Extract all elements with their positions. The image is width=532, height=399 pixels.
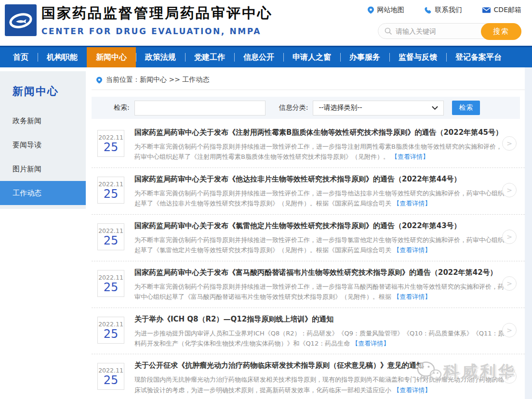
news-body: 国家药监局药审中心关于发布《注射用两性霉素B脂质体生物等效性研究技术指导原则》的…	[134, 128, 525, 162]
breadcrumb-text: 当前位置：新闻中心 >> 工作动态	[106, 76, 209, 84]
category-select[interactable]: --请选择类别--	[313, 101, 444, 116]
news-item: 2022.11 25 关于举办《ICH Q8（R2）—Q12指导原则线上培训》的…	[92, 308, 525, 355]
location-pin-icon	[96, 77, 102, 84]
news-body: 国家药监局药审中心关于发布《他达拉非片生物等效性研究技术指导原则》的通告（202…	[134, 174, 525, 209]
cde-emblem-icon	[5, 4, 37, 36]
news-title-link[interactable]: 关于举办《ICH Q8（R2）—Q12指导原则线上培训》的通知	[134, 314, 506, 324]
sidebar-item-photo-news[interactable]: 图片新闻	[0, 157, 86, 181]
news-detail-link[interactable]: 【查看详情】	[393, 293, 431, 300]
news-arrow-button[interactable]: >	[502, 323, 517, 337]
news-arrow-button[interactable]: >	[502, 276, 517, 291]
cde-mail-label: CDE邮箱	[494, 6, 521, 14]
sidebar-item-government-news[interactable]: 政务新闻	[0, 109, 86, 133]
chevron-right-icon: >	[506, 326, 512, 334]
news-date-month: 2022.11	[98, 180, 124, 188]
breadcrumb: 当前位置：新闻中心 >> 工作动态	[92, 71, 525, 90]
main-nav: 首页 机构职能 新闻中心 政策法规 党建工作 信息公开 申请人之窗 办事服务 监…	[0, 46, 532, 67]
news-detail-link[interactable]: 【查看详情】	[391, 153, 429, 160]
main-content: 当前位置：新闻中心 >> 工作动态 检索: 信息分类: --请选择类别-- 检索…	[92, 71, 525, 399]
news-arrow-button[interactable]: >	[502, 230, 517, 244]
site-search-button[interactable]: 搜索	[481, 23, 521, 40]
news-summary-text: 为进一步推动提升国内审评人员和工业界对ICH《Q8（R2）：药品研发》《Q9：质…	[134, 330, 505, 347]
news-date-box: 2022.11 25	[97, 317, 124, 344]
sidebar-item-news-highlights[interactable]: 要闻导读	[0, 133, 86, 157]
news-body: 国家药监局药审中心关于发布《富马酸丙酚替诺福韦片生物等效性研究技术指导原则》的通…	[134, 268, 525, 302]
news-date-day: 25	[98, 234, 124, 247]
cde-mail-link[interactable]: CDE邮箱	[482, 6, 521, 14]
news-title-link[interactable]: 国家药监局药审中心关于发布《注射用两性霉素B脂质体生物等效性研究技术指导原则》的…	[134, 128, 506, 138]
news-title-link[interactable]: 国家药监局药审中心关于发布《富马酸丙酚替诺福韦片生物等效性研究技术指导原则》的通…	[134, 268, 506, 278]
site-header: 国家药品监督管理局药品审评中心 CENTER FOR DRUG EVALUATI…	[0, 0, 532, 46]
search-icon	[385, 27, 392, 35]
news-item: 2022.11 25 国家药监局药审中心关于发布《富马酸丙酚替诺福韦片生物等效性…	[92, 261, 525, 308]
page-right-gutter	[525, 67, 532, 399]
sidebar-item-work-updates[interactable]: 工作动态	[0, 181, 86, 205]
news-summary: 为不断丰富完善仿制药个药指导原则并持续推进一致性评价工作，进一步指导富马酸丙酚替…	[134, 282, 506, 302]
news-date-box: 2022.11 25	[97, 223, 124, 250]
news-date-month: 2022.11	[98, 274, 124, 281]
news-date-month: 2022.11	[98, 134, 124, 141]
news-arrow-button[interactable]: >	[502, 136, 517, 151]
nav-item-applicant-window[interactable]: 申请人之窗	[283, 47, 340, 67]
news-body: 国家药监局药审中心关于发布《氯雷他定片生物等效性研究技术指导原则》的通告（202…	[134, 221, 525, 256]
news-summary-text: 为不断丰富完善仿制药个药指导原则并持续推进一致性评价工作，进一步指导氯雷他定片生…	[134, 236, 504, 254]
contact-link[interactable]: 联系我们	[425, 6, 462, 14]
sidebar: 新闻中心 政务新闻 要闻导读 图片新闻 工作动态	[0, 71, 86, 209]
mail-icon	[482, 7, 491, 13]
sidebar-title: 新闻中心	[0, 71, 86, 109]
nav-item-home[interactable]: 首页	[4, 47, 38, 67]
news-detail-link[interactable]: 【查看详情】	[352, 340, 389, 347]
news-detail-link[interactable]: 【查看详情】	[393, 386, 431, 394]
news-body: 关于公开征求《抗肿瘤光动力治疗药物临床研发技术指导原则（征求意见稿）》意见的通知…	[134, 360, 525, 395]
news-date-box: 2022.11 25	[97, 363, 124, 390]
news-summary-text: 现阶段国内尚无抗肿瘤光动力治疗药物临床研发相关技术指导原则，现有的指导原则尚不能…	[134, 376, 504, 393]
news-summary-text: 为不断丰富完善仿制药个药指导原则并持续推进一致性评价工作，进一步指导注射用两性霉…	[134, 143, 502, 160]
news-item: 2022.11 25 国家药监局药审中心关于发布《注射用两性霉素B脂质体生物等效…	[92, 121, 525, 168]
news-title-link[interactable]: 关于公开征求《抗肿瘤光动力治疗药物临床研发技术指导原则（征求意见稿）》意见的通知	[134, 360, 506, 371]
nav-item-news-center[interactable]: 新闻中心	[87, 47, 136, 67]
chevron-right-icon: >	[506, 233, 512, 241]
nav-item-info-disclosure[interactable]: 信息公开	[234, 47, 283, 67]
sitemap-label: 网站地图	[377, 6, 404, 14]
nav-item-services[interactable]: 办事服务	[340, 47, 389, 67]
category-select-value: --请选择类别--	[319, 103, 362, 112]
nav-item-registration-platform[interactable]: 登记备案平台	[446, 47, 511, 67]
location-pin-icon	[368, 6, 374, 14]
news-date-day: 25	[98, 188, 124, 201]
news-item: 2022.11 25 关于公开征求《抗肿瘤光动力治疗药物临床研发技术指导原则（征…	[92, 354, 525, 399]
news-summary-text: 为不断丰富完善仿制药个药指导原则并持续推进一致性评价工作，进一步指导他达拉非片生…	[134, 190, 504, 207]
news-detail-link[interactable]: 【查看详情】	[393, 200, 431, 207]
news-date-day: 25	[98, 328, 124, 341]
nav-item-supervision-feedback[interactable]: 监督与反馈	[389, 47, 446, 67]
nav-item-functions[interactable]: 机构职能	[38, 47, 87, 67]
nav-item-policies[interactable]: 政策法规	[136, 47, 185, 67]
news-title-link[interactable]: 国家药监局药审中心关于发布《他达拉非片生物等效性研究技术指导原则》的通告（202…	[134, 174, 506, 184]
news-summary-text: 为不断丰富完善仿制药个药指导原则并持续推进一致性评价工作，进一步指导富马酸丙酚替…	[134, 283, 504, 300]
chevron-right-icon: >	[506, 373, 512, 380]
news-list: 2022.11 25 国家药监局药审中心关于发布《注射用两性霉素B脂质体生物等效…	[92, 121, 525, 399]
news-date-box: 2022.11 25	[97, 270, 124, 297]
news-summary: 为不断丰富完善仿制药个药指导原则并持续推进一致性评价工作，进一步指导注射用两性霉…	[134, 142, 506, 162]
keyword-input[interactable]	[134, 101, 266, 116]
page-body: 新闻中心 政务新闻 要闻导读 图片新闻 工作动态 当前位置：新闻中心 >> 工作…	[0, 71, 532, 399]
sitemap-link[interactable]: 网站地图	[368, 6, 404, 14]
filter-search-button[interactable]: 检索	[452, 101, 480, 115]
contact-label: 联系我们	[435, 6, 462, 14]
chevron-right-icon: >	[506, 280, 512, 287]
news-detail-link[interactable]: 【查看详情】	[393, 246, 431, 254]
chevron-down-icon	[432, 106, 438, 110]
news-date-day: 25	[98, 141, 124, 154]
news-summary: 现阶段国内尚无抗肿瘤光动力治疗药物临床研发相关技术指导原则，现有的指导原则尚不能…	[134, 374, 506, 395]
news-arrow-button[interactable]: >	[502, 183, 517, 197]
news-date-box: 2022.11 25	[97, 130, 124, 157]
chevron-right-icon: >	[506, 186, 512, 194]
nav-item-party-building[interactable]: 党建工作	[185, 47, 234, 67]
news-title-link[interactable]: 国家药监局药审中心关于发布《氯雷他定片生物等效性研究技术指导原则》的通告（202…	[134, 221, 506, 231]
header-quick-links: 网站地图 联系我们 CDE邮箱	[368, 6, 521, 14]
site-logo	[5, 4, 37, 36]
news-date-month: 2022.11	[98, 321, 124, 328]
chevron-right-icon: >	[506, 140, 512, 147]
brand-block: 国家药品监督管理局药品审评中心 CENTER FOR DRUG EVALUATI…	[41, 4, 273, 36]
site-search: 搜索	[378, 23, 521, 39]
category-label: 信息分类:	[279, 103, 308, 112]
